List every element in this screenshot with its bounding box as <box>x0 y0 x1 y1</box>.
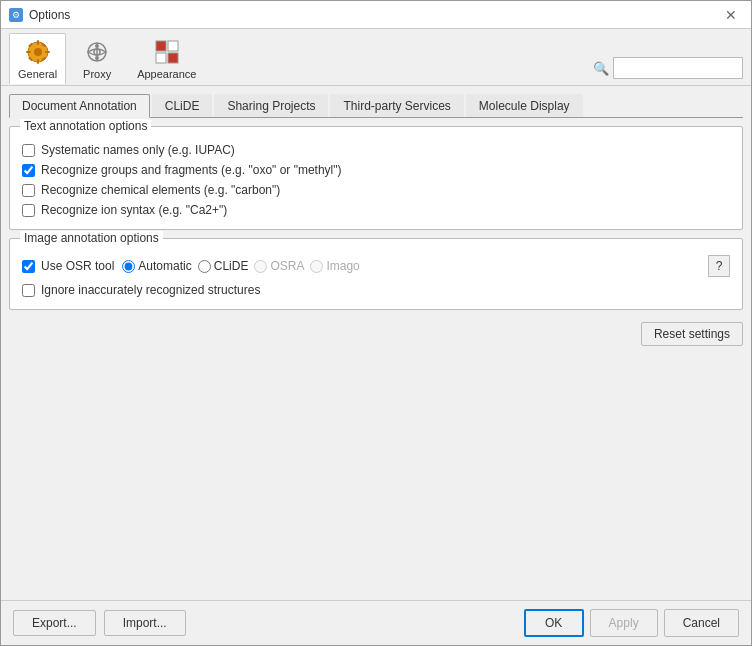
window-title: Options <box>29 8 70 22</box>
image-annotation-group: Image annotation options Use OSR tool Au… <box>9 238 743 310</box>
content-spacer <box>9 354 743 592</box>
toolbar: General Proxy <box>1 29 751 86</box>
use-osr-checkbox[interactable] <box>22 260 35 273</box>
svg-point-1 <box>34 48 42 56</box>
use-osr-label: Use OSR tool <box>41 259 114 273</box>
automatic-radio[interactable] <box>122 260 135 273</box>
toolbar-buttons: General Proxy <box>9 33 205 85</box>
svg-rect-4 <box>26 51 31 53</box>
general-icon <box>24 38 52 66</box>
groups-fragments-checkbox[interactable] <box>22 164 35 177</box>
general-label: General <box>18 68 57 80</box>
clide-radio[interactable] <box>198 260 211 273</box>
ion-syntax-option[interactable]: Recognize ion syntax (e.g. "Ca2+") <box>22 203 730 217</box>
osra-radio <box>254 260 267 273</box>
bottom-left-buttons: Export... Import... <box>13 610 186 636</box>
clide-radio-option[interactable]: CLiDE <box>198 259 249 273</box>
imago-radio-option[interactable]: Imago <box>310 259 359 273</box>
use-osr-option[interactable]: Use OSR tool <box>22 259 114 273</box>
import-button[interactable]: Import... <box>104 610 186 636</box>
bottom-bar: Export... Import... OK Apply Cancel <box>1 600 751 645</box>
automatic-radio-label: Automatic <box>138 259 191 273</box>
chemical-elements-checkbox[interactable] <box>22 184 35 197</box>
tab-document-annotation[interactable]: Document Annotation <box>9 94 150 118</box>
reset-settings-button[interactable]: Reset settings <box>641 322 743 346</box>
groups-fragments-option[interactable]: Recognize groups and fragments (e.g. "ox… <box>22 163 730 177</box>
systematic-names-option[interactable]: Systematic names only (e.g. IUPAC) <box>22 143 730 157</box>
systematic-names-checkbox[interactable] <box>22 144 35 157</box>
content-area: Text annotation options Systematic names… <box>9 126 743 592</box>
image-annotation-title: Image annotation options <box>20 231 163 245</box>
ion-syntax-checkbox[interactable] <box>22 204 35 217</box>
svg-rect-5 <box>45 51 50 53</box>
cancel-button[interactable]: Cancel <box>664 609 739 637</box>
search-input[interactable] <box>613 57 743 79</box>
ok-button[interactable]: OK <box>524 609 584 637</box>
close-button[interactable]: ✕ <box>719 5 743 25</box>
image-annotation-options: Use OSR tool Automatic CLiDE <box>22 255 730 297</box>
tab-molecule-display[interactable]: Molecule Display <box>466 94 583 117</box>
text-annotation-options: Systematic names only (e.g. IUPAC) Recog… <box>22 143 730 217</box>
text-annotation-title: Text annotation options <box>20 119 151 133</box>
text-annotation-group: Text annotation options Systematic names… <box>9 126 743 230</box>
appearance-label: Appearance <box>137 68 196 80</box>
svg-rect-2 <box>37 40 39 45</box>
search-icon: 🔍 <box>593 61 609 76</box>
export-button[interactable]: Export... <box>13 610 96 636</box>
svg-rect-18 <box>168 53 178 63</box>
apply-button[interactable]: Apply <box>590 609 658 637</box>
appearance-icon <box>153 38 181 66</box>
reset-row: Reset settings <box>9 322 743 346</box>
imago-radio <box>310 260 323 273</box>
tab-clide[interactable]: CLiDE <box>152 94 213 117</box>
systematic-names-label: Systematic names only (e.g. IUPAC) <box>41 143 235 157</box>
chemical-elements-label: Recognize chemical elements (e.g. "carbo… <box>41 183 280 197</box>
svg-rect-15 <box>156 41 166 51</box>
help-button[interactable]: ? <box>708 255 730 277</box>
automatic-radio-option[interactable]: Automatic <box>122 259 191 273</box>
ignore-inaccurate-option[interactable]: Ignore inaccurately recognized structure… <box>22 283 730 297</box>
proxy-label: Proxy <box>83 68 111 80</box>
title-bar-left: ⚙ Options <box>9 8 70 22</box>
appearance-toolbar-button[interactable]: Appearance <box>128 33 205 85</box>
tab-sharing-projects[interactable]: Sharing Projects <box>214 94 328 117</box>
tab-bar: Document Annotation CLiDE Sharing Projec… <box>9 94 743 118</box>
window-icon: ⚙ <box>9 8 23 22</box>
imago-radio-label: Imago <box>326 259 359 273</box>
svg-rect-3 <box>37 59 39 64</box>
ion-syntax-label: Recognize ion syntax (e.g. "Ca2+") <box>41 203 227 217</box>
general-toolbar-button[interactable]: General <box>9 33 66 85</box>
clide-radio-label: CLiDE <box>214 259 249 273</box>
groups-fragments-label: Recognize groups and fragments (e.g. "ox… <box>41 163 342 177</box>
proxy-toolbar-button[interactable]: Proxy <box>70 33 124 85</box>
proxy-icon <box>83 38 111 66</box>
chemical-elements-option[interactable]: Recognize chemical elements (e.g. "carbo… <box>22 183 730 197</box>
bottom-right-buttons: OK Apply Cancel <box>524 609 739 637</box>
svg-rect-17 <box>156 53 166 63</box>
svg-rect-16 <box>168 41 178 51</box>
ignore-inaccurate-label: Ignore inaccurately recognized structure… <box>41 283 260 297</box>
toolbar-search: 🔍 <box>593 57 743 85</box>
tab-third-party-services[interactable]: Third-party Services <box>330 94 463 117</box>
osra-radio-option[interactable]: OSRA <box>254 259 304 273</box>
osr-radio-group: Automatic CLiDE OSRA <box>122 259 359 273</box>
options-window: ⚙ Options ✕ <box>0 0 752 646</box>
title-bar: ⚙ Options ✕ <box>1 1 751 29</box>
use-osr-row: Use OSR tool Automatic CLiDE <box>22 255 730 277</box>
main-content: Document Annotation CLiDE Sharing Projec… <box>1 86 751 600</box>
ignore-inaccurate-checkbox[interactable] <box>22 284 35 297</box>
osra-radio-label: OSRA <box>270 259 304 273</box>
